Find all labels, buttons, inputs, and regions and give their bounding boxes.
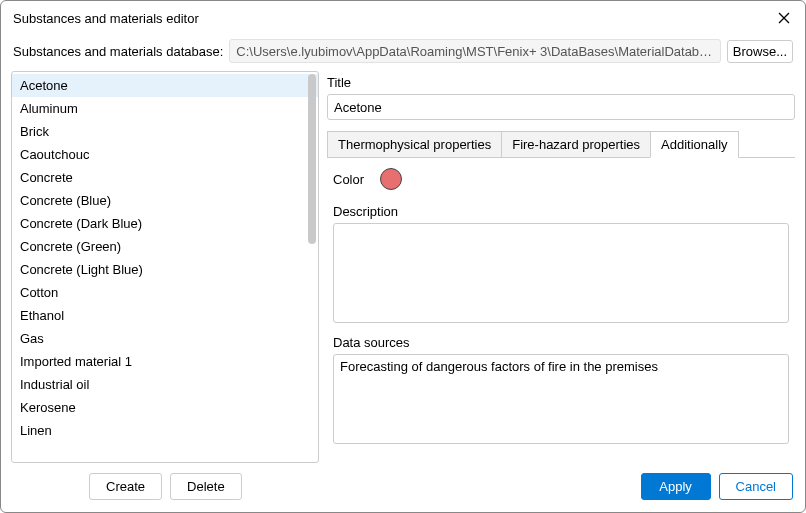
title-input[interactable]: [327, 94, 795, 120]
materials-list-wrap: AcetoneAluminumBrickCaoutchoucConcreteCo…: [11, 71, 319, 463]
list-item[interactable]: Industrial oil: [12, 373, 318, 396]
delete-button[interactable]: Delete: [170, 473, 242, 500]
create-button[interactable]: Create: [89, 473, 162, 500]
left-panel: AcetoneAluminumBrickCaoutchoucConcreteCo…: [11, 71, 319, 463]
list-item[interactable]: Gas: [12, 327, 318, 350]
list-item[interactable]: Concrete (Light Blue): [12, 258, 318, 281]
list-item[interactable]: Aluminum: [12, 97, 318, 120]
scrollbar-thumb[interactable]: [308, 74, 316, 244]
list-item[interactable]: Acetone: [12, 74, 318, 97]
tab-additionally[interactable]: Additionally: [650, 131, 739, 158]
titlebar: Substances and materials editor: [1, 1, 805, 35]
color-label: Color: [333, 172, 364, 187]
tab-thermophysical[interactable]: Thermophysical properties: [327, 131, 502, 157]
sources-textarea[interactable]: [333, 354, 789, 444]
scrollbar-track[interactable]: [308, 74, 316, 460]
list-item[interactable]: Caoutchouc: [12, 143, 318, 166]
materials-list[interactable]: AcetoneAluminumBrickCaoutchoucConcreteCo…: [12, 72, 318, 462]
list-item[interactable]: Concrete (Blue): [12, 189, 318, 212]
database-row: Substances and materials database: C:\Us…: [1, 35, 805, 71]
close-button[interactable]: [775, 9, 793, 27]
tabs: Thermophysical properties Fire-hazard pr…: [327, 130, 795, 158]
description-label: Description: [333, 204, 789, 219]
list-item[interactable]: Cotton: [12, 281, 318, 304]
tab-fire-hazard[interactable]: Fire-hazard properties: [501, 131, 651, 157]
footer-left: Create Delete: [89, 473, 242, 500]
apply-button[interactable]: Apply: [641, 473, 711, 500]
database-label: Substances and materials database:: [13, 44, 223, 59]
list-item[interactable]: Kerosene: [12, 396, 318, 419]
list-item[interactable]: Imported material 1: [12, 350, 318, 373]
list-item[interactable]: Concrete (Green): [12, 235, 318, 258]
close-icon: [778, 12, 790, 24]
list-item[interactable]: Concrete: [12, 166, 318, 189]
browse-button[interactable]: Browse...: [727, 40, 793, 63]
window-title: Substances and materials editor: [13, 11, 199, 26]
sources-label: Data sources: [333, 335, 789, 350]
list-item[interactable]: Ethanol: [12, 304, 318, 327]
footer: Create Delete Apply Cancel: [1, 463, 805, 512]
right-panel: Title Thermophysical properties Fire-haz…: [327, 71, 795, 463]
color-row: Color: [333, 168, 789, 190]
body: AcetoneAluminumBrickCaoutchoucConcreteCo…: [1, 71, 805, 463]
color-swatch[interactable]: [380, 168, 402, 190]
list-item[interactable]: Concrete (Dark Blue): [12, 212, 318, 235]
description-textarea[interactable]: [333, 223, 789, 323]
list-item[interactable]: Linen: [12, 419, 318, 442]
title-label: Title: [327, 75, 795, 90]
cancel-button[interactable]: Cancel: [719, 473, 793, 500]
footer-right: Apply Cancel: [641, 473, 793, 500]
list-item[interactable]: Brick: [12, 120, 318, 143]
editor-window: Substances and materials editor Substanc…: [0, 0, 806, 513]
tab-content-additionally: Color Description Data sources: [327, 158, 795, 463]
database-path-field[interactable]: C:\Users\e.lyubimov\AppData\Roaming\MST\…: [229, 39, 721, 63]
